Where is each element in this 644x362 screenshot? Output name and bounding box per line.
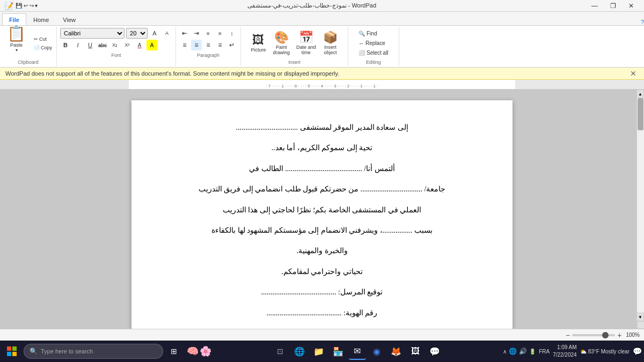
italic-button[interactable]: I xyxy=(72,40,83,50)
time-display: 1:09 AM xyxy=(553,344,577,351)
increase-indent-button[interactable]: ⇥ xyxy=(191,28,202,39)
document-page[interactable]: إلى سعادة المدير الموقر لمستشفى ........… xyxy=(131,100,513,329)
minimize-button[interactable]: — xyxy=(586,0,603,12)
vertical-scrollbar[interactable]: ▲ ▼ xyxy=(636,90,644,329)
help-icon[interactable]: ? xyxy=(641,19,644,25)
tab-home[interactable]: Home xyxy=(26,13,56,25)
find-button[interactable]: 🔍 Find xyxy=(356,29,391,38)
font-name-select[interactable]: Calibri xyxy=(60,28,125,39)
tab-file[interactable]: File xyxy=(2,13,26,25)
system-tray: ∧ 🌐 🔊 🔋 xyxy=(503,348,536,355)
explorer-icon[interactable]: 📁 xyxy=(310,343,327,360)
date-time-button[interactable]: 📅 Date andtime xyxy=(294,29,319,57)
font-size-select[interactable]: 20 xyxy=(126,28,148,39)
replace-button[interactable]: ↔ Replace xyxy=(356,39,391,48)
taskbar-center: ⊡ 🌐 📁 🏪 ✉ ◉ 🦊 🖼 💬 xyxy=(272,343,443,360)
taskbar-flower-icon: 🌸 xyxy=(200,345,211,357)
window-title: نموذج-خطاب-طلب-تدريب-في-مستشفى - WordPad xyxy=(38,2,586,9)
font-group-label: Font xyxy=(60,53,172,58)
select-all-button[interactable]: ⬜ Select all xyxy=(356,48,391,57)
photos-icon[interactable]: 🖼 xyxy=(407,343,424,360)
title-bar: 📝 💾 ↩ ↪ ▾ نموذج-خطاب-طلب-تدريب-في-مستشفى… xyxy=(0,0,644,12)
picture-button[interactable]: 🖼 Picture xyxy=(247,29,269,57)
highlight-button[interactable]: A xyxy=(147,40,157,50)
scroll-corner xyxy=(637,321,644,329)
binoculars-icon: 🔍 xyxy=(358,31,365,36)
document-area[interactable]: إلى سعادة المدير الموقر لمستشفى ........… xyxy=(0,90,644,329)
justify-button[interactable]: ≡ xyxy=(215,40,225,50)
insert-object-button[interactable]: 📦 Insertobject xyxy=(320,29,341,57)
align-center-button[interactable]: ≡ xyxy=(191,40,202,50)
time-date-display[interactable]: 1:09 AM 7/22/2024 xyxy=(553,344,577,359)
zoom-control: − + 100% xyxy=(566,331,640,339)
scroll-up-button[interactable]: ▲ xyxy=(636,90,644,98)
firefox-icon[interactable]: 🦊 xyxy=(387,343,405,360)
task-view-center-button[interactable]: ⊡ xyxy=(272,343,289,360)
chevron-up-icon[interactable]: ∧ xyxy=(503,349,507,354)
bold-button[interactable]: B xyxy=(60,40,71,50)
store-icon[interactable]: 🏪 xyxy=(330,343,347,360)
ruler-inner: · 7 · · · · 1 · · · · 6 · · · · 5 · · · … xyxy=(129,80,515,89)
align-left-button[interactable]: ≡ xyxy=(179,40,190,50)
zoom-level: 100% xyxy=(626,332,640,338)
cut-button[interactable]: ✂ Cut xyxy=(32,35,54,43)
line-spacing-button[interactable]: ↕ xyxy=(226,28,237,39)
scroll-down-button[interactable]: ▼ xyxy=(636,313,644,321)
subscript-button[interactable]: X₂ xyxy=(109,40,120,50)
app2-icon[interactable]: 💬 xyxy=(426,343,443,360)
zoom-out-button[interactable]: − xyxy=(566,331,570,339)
align-right-button[interactable]: ≡ xyxy=(203,40,214,50)
paste-dropdown-icon: ▾ xyxy=(16,48,18,53)
font-grow-button[interactable]: A xyxy=(149,28,160,39)
doc-paragraph-3: ألتمس أنا/ .............................… xyxy=(164,163,480,175)
task-view-button[interactable]: ⊞ xyxy=(165,343,182,360)
language-indicator[interactable]: FRA xyxy=(539,349,550,354)
svg-rect-1 xyxy=(12,346,17,351)
search-box[interactable]: 🔍 Type here to search xyxy=(24,344,163,359)
zoom-thumb[interactable] xyxy=(602,332,609,338)
rtl-button[interactable]: ↵ xyxy=(226,40,237,50)
windows-logo-icon xyxy=(7,346,17,356)
zoom-slider[interactable] xyxy=(572,334,615,336)
numbering-button[interactable]: ≡ xyxy=(215,28,225,39)
ribbon-tabs: File Home View ? xyxy=(0,12,644,26)
ruler: · 7 · · · · 1 · · · · 6 · · · · 5 · · · … xyxy=(0,80,644,90)
mail-icon[interactable]: ✉ xyxy=(349,343,366,360)
weather-display: ⛅ 83°F Mostly clear xyxy=(580,349,630,354)
doc-paragraph-8: تحياتي واحترامي لمقامكم. xyxy=(164,266,480,278)
close-button[interactable]: ✕ xyxy=(623,0,640,12)
decrease-indent-button[interactable]: ⇤ xyxy=(179,28,190,39)
svg-rect-0 xyxy=(7,346,11,351)
start-button[interactable] xyxy=(2,342,21,361)
edge-icon[interactable]: 🌐 xyxy=(291,343,308,360)
doc-paragraph-1: إلى سعادة المدير الموقر لمستشفى ........… xyxy=(164,122,480,134)
doc-paragraph-5: العملي في المستشفى الخاصة بكم؛ نظرًا لحا… xyxy=(164,204,480,216)
network-icon[interactable]: 🌐 xyxy=(509,348,517,355)
font-group: Calibri 20 A A B I U abc X₂ X² A A Font xyxy=(57,27,176,66)
font-shrink-button[interactable]: A xyxy=(162,28,172,39)
volume-icon[interactable]: 🔊 xyxy=(519,348,527,355)
select-icon: ⬜ xyxy=(358,50,365,56)
tab-view[interactable]: View xyxy=(56,13,83,25)
doc-paragraph-4: جامعة/ .................................… xyxy=(164,183,480,195)
doc-paragraph-10: رقم الهوية: ............................… xyxy=(164,307,480,319)
superscript-button[interactable]: X² xyxy=(122,40,133,50)
paint-drawing-button[interactable]: 🎨 Paintdrawing xyxy=(270,29,292,57)
paste-button[interactable]: 📋 Paste ▾ xyxy=(2,28,31,49)
bullets-button[interactable]: ≡ xyxy=(203,28,214,39)
strikethrough-button[interactable]: abc xyxy=(97,40,108,50)
quick-access: 💾 ↩ ↪ ▾ xyxy=(16,3,38,9)
warning-close-button[interactable]: ✕ xyxy=(628,69,639,78)
notifications-button[interactable]: 💬 xyxy=(633,347,642,356)
app-icon: 📝 xyxy=(4,2,13,10)
copy-button[interactable]: 📄 Copy xyxy=(32,44,54,51)
underline-button[interactable]: U xyxy=(85,40,96,50)
scroll-thumb[interactable] xyxy=(638,98,643,130)
restore-button[interactable]: ❐ xyxy=(604,0,621,12)
object-icon: 📦 xyxy=(323,32,338,43)
paint-icon: 🎨 xyxy=(274,32,289,43)
font-color-button[interactable]: A xyxy=(134,40,145,50)
weather-text: 83°F Mostly clear xyxy=(588,349,630,354)
zoom-in-button[interactable]: + xyxy=(617,331,621,339)
chrome-icon[interactable]: ◉ xyxy=(368,343,385,360)
